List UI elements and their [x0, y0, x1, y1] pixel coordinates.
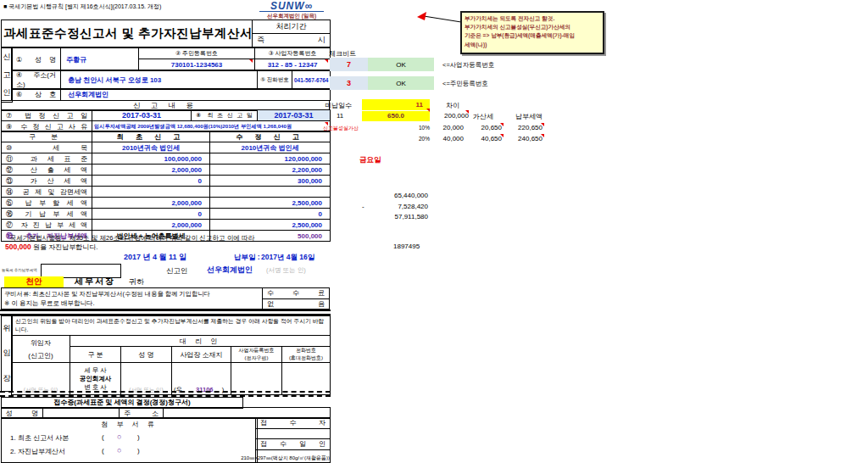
company-logo: SUNW∞: [254, 0, 329, 12]
comment-marker: [541, 123, 544, 126]
col-header-initial: 최 초 신 고: [92, 131, 210, 142]
processing-period-value: 즉 시: [253, 34, 331, 47]
legal-date-label: ⑦ 법 정 신 고 일: [2, 110, 92, 121]
tax-office-suffix: 귀하: [129, 276, 144, 287]
col-header-revised: 수 정 신 고: [210, 131, 331, 142]
form-title: 과세표준수정신고서 및 추가자진납부계산서: [2, 20, 253, 47]
address-value[interactable]: 충남 천안시 서북구 오성로 103: [61, 70, 258, 90]
tear-line-divider: [0, 391, 331, 397]
fee-value: 없 음: [263, 299, 329, 309]
declaration-date: 2017 년 4 월 11 일: [124, 252, 186, 263]
name-value[interactable]: 주황규: [61, 48, 139, 71]
section-divider: [0, 310, 331, 315]
agent-col-site: 사업장 소재지: [172, 347, 231, 363]
regulation-line: ■ 국세기본법 시행규칙 [별지 제16호서식](2017.03.15. 개정): [3, 3, 161, 11]
comment-marker: [249, 59, 253, 63]
pay-date-label: 납부일 :: [234, 253, 260, 263]
phone-value[interactable]: 041-567-6764: [292, 70, 331, 90]
table-row: ⑯ 기 납 부 세 액 0 0: [2, 209, 331, 220]
table-row: ⑫ 산 출 세 액 2,000,000 2,200,000: [2, 165, 331, 176]
comment-marker: [500, 123, 504, 126]
comment-marker: [541, 134, 544, 137]
initial-date-value[interactable]: 2017-03-31: [258, 110, 331, 121]
attachment-check-1[interactable]: ○: [117, 432, 121, 441]
rate20-a[interactable]: 40,000: [428, 135, 464, 142]
pay-word: 납부세액: [515, 112, 542, 121]
tax-office-title: 세무서장: [75, 276, 115, 287]
amounts-table: 구 분 최 초 신 고 수 정 신 고 ⑩ 세 목 2010년귀속 법인세 20…: [1, 131, 331, 242]
comment-marker: [500, 134, 504, 137]
declarant-sign-name: 선우회계법인: [207, 265, 253, 276]
tax-office-city[interactable]: 천안: [4, 276, 64, 287]
checkbit-status-rrn[interactable]: OK: [368, 76, 434, 90]
table-row: ⑭ 공 제 및 감면세액: [2, 187, 331, 198]
checkbit-note-brn: <=사업자등록번호: [442, 61, 494, 70]
table-row: ⑮ 납 부 할 세 액 2,000,000 2,500,000: [2, 198, 331, 209]
tooltip-arrow: [417, 11, 465, 26]
payment-amount: 500,000: [5, 243, 31, 251]
declaration-line2: 500,000 원을 자진납부합니다.: [5, 243, 97, 252]
agent-col-brn: 사업자등록번호 (전자우편): [231, 347, 282, 363]
agent-col-type: 구 분: [70, 347, 121, 363]
rrn-label: ② 주민등록번호: [139, 48, 255, 59]
table-row: ⑰ 자 진 납 부 세 액 2,000,000 2,500,000: [2, 220, 331, 231]
declaration-line1: 「국세기본법시행령」 제25조 및 제26조의 규정에 의하여 위와 같이 신고…: [3, 234, 254, 243]
checkbit-note-rrn: <=주민등록번호: [442, 80, 488, 88]
address-label: ④ 주소(거 소): [12, 70, 61, 90]
phone-label: ⑤ 전화번호: [258, 70, 292, 90]
rate20-b[interactable]: 40,650: [466, 135, 502, 142]
rate10-b[interactable]: 20,650: [466, 124, 502, 131]
fee-label: 수 수 료: [263, 288, 329, 299]
delegation-notice: 신고인의 위임을 받아 대리인이 과세표준수정신고 및 추가자진납부계산서를 제…: [12, 316, 331, 336]
paper-spec-footer: 210㎜×297㎜(백상지 80g/㎡(재활용품)): [1, 455, 330, 462]
legal-date-value[interactable]: 2017-03-31: [92, 110, 192, 121]
requirements-line2: ※ 이 용지는 무료로 배부합니다.: [4, 299, 95, 308]
days-value[interactable]: 11: [337, 112, 343, 120]
paren-open-2: (: [102, 447, 104, 455]
calc-value-4[interactable]: 1897495: [393, 243, 420, 250]
requirements-line1: 구비서류: 최초신고사본 및 자진납부계산서(수정된 내용을 함께 기입합니다: [4, 290, 210, 298]
paren-close-2: ): [137, 447, 140, 455]
delegation-table: 신고인의 위임을 받아 대리인이 과세표준수정신고 및 추가자진납부계산서를 제…: [11, 315, 331, 395]
comment-marker: [325, 59, 328, 63]
declarant-sign-label: 신고인: [166, 266, 188, 276]
receiver-label: 접 수 자: [256, 418, 330, 429]
calc-value-2[interactable]: 7,528,420: [360, 203, 428, 210]
table-row: ⑪ 과 세 표 준 100,000,000 120,000,000: [2, 153, 331, 165]
calc-value-1[interactable]: 65,440,000: [360, 192, 428, 199]
attachments-header: 첨 부 서 류: [2, 420, 257, 429]
unpaid-days-label: 미납일수: [325, 101, 352, 110]
attachment-check-2[interactable]: ○: [117, 446, 121, 455]
fee-box: 수 수 료 없 음: [262, 288, 329, 309]
extra-tax-label: 농특세 추가납부세액: [2, 268, 37, 272]
company-label: ⑥ 상 호: [12, 89, 61, 101]
logo-underline: [259, 11, 324, 12]
penalty-word: 가산세: [473, 112, 493, 121]
comment-marker: [465, 110, 469, 114]
unpaid-days-value[interactable]: 11: [362, 99, 430, 110]
diff-label: 차이: [446, 101, 459, 110]
rate10-a[interactable]: 20,000: [428, 124, 464, 131]
agent-col-phone: 전화번호 (휴대전화번호): [282, 347, 331, 363]
checkbit-status-brn[interactable]: OK: [368, 58, 434, 71]
checkbit-digit-rrn[interactable]: 3: [330, 76, 368, 90]
comment-marker: [426, 109, 430, 112]
rate20-c[interactable]: 240,650: [507, 135, 542, 142]
rate10-c[interactable]: 220,650: [507, 124, 542, 131]
friday-note: 금요일: [359, 155, 381, 165]
company-value[interactable]: 선우회계법인: [61, 89, 331, 101]
sign-hint: (서명 또는 인): [266, 266, 306, 275]
penalty-label: 신고불성실가산: [323, 125, 359, 132]
agent-col-name: 성 명: [121, 347, 172, 363]
calc-value-3[interactable]: 57,911,580: [360, 213, 428, 220]
stamp-label: 접 수 일 인: [256, 439, 330, 450]
receiver-input[interactable]: [256, 429, 330, 439]
tax-form-page: ■ 국세기본법 시행규칙 [별지 제16호서식](2017.03.15. 개정)…: [0, 0, 868, 463]
name-label: ① 성 명: [12, 48, 61, 71]
per-day-value[interactable]: 650.0: [362, 111, 430, 121]
checkbit-digit-brn[interactable]: 7: [330, 58, 368, 71]
paren-open-1: (: [102, 433, 104, 441]
requirements-box: 구비서류: 최초신고사본 및 자진납부계산서(수정된 내용을 함께 기입합니다 …: [1, 287, 330, 310]
processing-period-label: 처리기간: [253, 20, 331, 34]
col-header-category: 구 분: [2, 131, 92, 142]
